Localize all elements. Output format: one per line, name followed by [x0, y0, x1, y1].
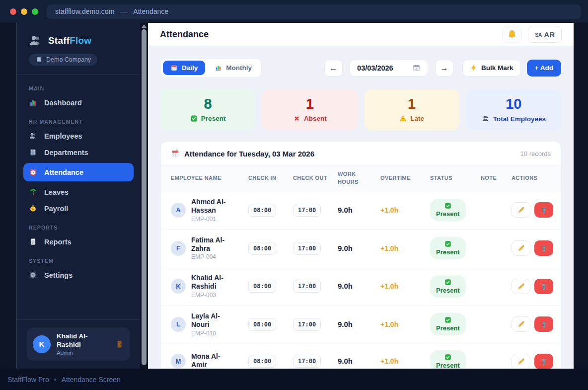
sidebar-item-reports[interactable]: Reports	[23, 234, 134, 249]
building-icon	[29, 148, 37, 156]
browser-titlebar: staffflow.demo.com — Attendance	[0, 0, 588, 23]
sidebar-item-attendance[interactable]: Attendance	[23, 163, 134, 181]
door-icon[interactable]	[115, 339, 124, 349]
sidebar-item-dashboard[interactable]: Dashboard	[23, 95, 134, 110]
vertical-scrollbar[interactable]	[140, 23, 148, 369]
nav-section-main: MAIN	[29, 85, 128, 91]
trash-icon	[540, 357, 548, 366]
overtime-value: +1.0h	[380, 357, 398, 365]
page-body: Daily Monthly ← 03/03/2026 →	[148, 46, 574, 369]
check-in-value[interactable]: 08:00	[248, 318, 276, 331]
scrollbar-thumb[interactable]	[142, 29, 147, 365]
check-in-value[interactable]: 08:00	[248, 280, 276, 293]
sidebar-item-departments[interactable]: Departments	[23, 145, 134, 160]
pencil-icon	[517, 282, 525, 291]
delete-button[interactable]	[534, 279, 553, 294]
check-in-value[interactable]: 08:00	[248, 242, 276, 255]
overtime-value: +1.0h	[380, 320, 398, 328]
check-out-value[interactable]: 17:00	[293, 204, 321, 217]
employee-id: EMP-001	[191, 216, 235, 223]
column-overtime: OVERTIME	[376, 165, 426, 191]
sidebar-item-settings[interactable]: Settings	[23, 267, 134, 283]
status-separator: •	[54, 376, 57, 384]
language-option-ar: AR	[544, 30, 555, 39]
check-out-value[interactable]: 17:00	[293, 318, 321, 331]
delete-button[interactable]	[534, 202, 553, 218]
trash-icon	[540, 244, 548, 252]
view-mode-segmented-control: Daily Monthly	[160, 58, 262, 78]
address-bar[interactable]: staffflow.demo.com — Attendance	[47, 4, 581, 19]
status-badge: Present	[430, 237, 466, 259]
people-icon	[29, 34, 42, 47]
minimize-window-icon[interactable]	[21, 8, 27, 15]
address-url: staffflow.demo.com	[55, 7, 114, 15]
check-out-value[interactable]: 17:00	[293, 355, 321, 368]
company-badge: Demo Company	[29, 54, 97, 66]
status-badge: Present	[430, 199, 466, 221]
overtime-value: +1.0h	[380, 282, 398, 290]
overtime-value: +1.0h	[380, 206, 398, 214]
next-day-button[interactable]: →	[435, 60, 453, 77]
present-count: 8	[160, 96, 255, 112]
maximize-window-icon[interactable]	[32, 8, 38, 15]
sidebar-item-payroll[interactable]: Payroll	[23, 201, 134, 216]
delete-button[interactable]	[534, 240, 553, 256]
work-hours-value: 9.0h	[338, 357, 353, 365]
people-icon	[482, 115, 490, 123]
sidebar-item-leaves[interactable]: Leaves	[23, 184, 134, 200]
avatar: A	[171, 203, 186, 218]
edit-button[interactable]	[512, 240, 530, 256]
warning-icon	[399, 115, 407, 122]
tab-monthly[interactable]: Monthly	[207, 61, 259, 75]
employee-name: Khalid Al-Rashidi	[191, 274, 235, 291]
check-out-value[interactable]: 17:00	[293, 242, 321, 255]
delete-button[interactable]	[534, 316, 553, 332]
date-picker[interactable]: 03/03/2026	[350, 60, 428, 77]
user-card[interactable]: K Khalid Al-Rashidi Admin	[27, 327, 130, 361]
employee-name: Layla Al-Nouri	[191, 312, 235, 329]
work-hours-value: 9.0h	[338, 206, 353, 214]
table-row: F Fatima Al-Zahra EMP-004 08:00 17:00 9.…	[161, 229, 561, 267]
edit-button[interactable]	[512, 316, 530, 332]
previous-day-button[interactable]: ←	[324, 60, 343, 77]
employee-id: EMP-004	[191, 253, 235, 260]
column-actions: ACTIONS	[508, 165, 561, 191]
avatar: L	[171, 317, 186, 332]
nav-section-reports: REPORTS	[29, 225, 128, 231]
green-check-icon	[190, 115, 198, 122]
attendance-table-card: Attendance for Tuesday, 03 Mar 2026 10 r…	[160, 141, 561, 369]
bulk-mark-button[interactable]: Bulk Mark	[462, 60, 521, 77]
user-role: Admin	[57, 350, 109, 356]
green-check-icon	[444, 279, 451, 286]
green-check-icon	[444, 240, 451, 247]
check-in-value[interactable]: 08:00	[248, 204, 276, 217]
notifications-button[interactable]	[502, 26, 522, 43]
sidebar-footer: K Khalid Al-Rashidi Admin	[17, 319, 140, 369]
add-button[interactable]: + Add	[527, 60, 561, 77]
tab-daily[interactable]: Daily	[163, 61, 205, 75]
edit-button[interactable]	[512, 354, 530, 369]
palm-tree-icon	[29, 188, 37, 196]
edit-button[interactable]	[512, 279, 530, 294]
close-window-icon[interactable]	[10, 8, 16, 15]
document-icon	[29, 237, 37, 246]
scrollbar-up-arrow-icon[interactable]	[142, 24, 147, 28]
nav-section-hr: HR MANAGEMENT	[29, 119, 128, 125]
pencil-icon	[517, 357, 525, 366]
check-out-value[interactable]: 17:00	[293, 280, 321, 293]
avatar: K	[33, 335, 51, 353]
sidebar-item-employees[interactable]: Employees	[23, 128, 134, 144]
stat-card-late: 1 Late	[365, 89, 459, 130]
stat-card-absent: 1 Absent	[262, 89, 357, 130]
money-bag-icon	[29, 204, 37, 213]
address-page-title: Attendance	[133, 7, 168, 15]
column-check-in: CHECK IN	[244, 165, 289, 191]
check-in-value[interactable]: 08:00	[248, 355, 276, 368]
employee-name: Mona Al-Amir	[191, 352, 235, 369]
status-bar: StaffFlow Pro • Attendance Screen	[0, 369, 588, 390]
work-hours-value: 9.0h	[338, 282, 353, 290]
language-toggle-button[interactable]: SA AR	[528, 26, 562, 43]
records-count: 10 records	[520, 150, 551, 157]
delete-button[interactable]	[534, 354, 553, 369]
edit-button[interactable]	[512, 202, 530, 218]
